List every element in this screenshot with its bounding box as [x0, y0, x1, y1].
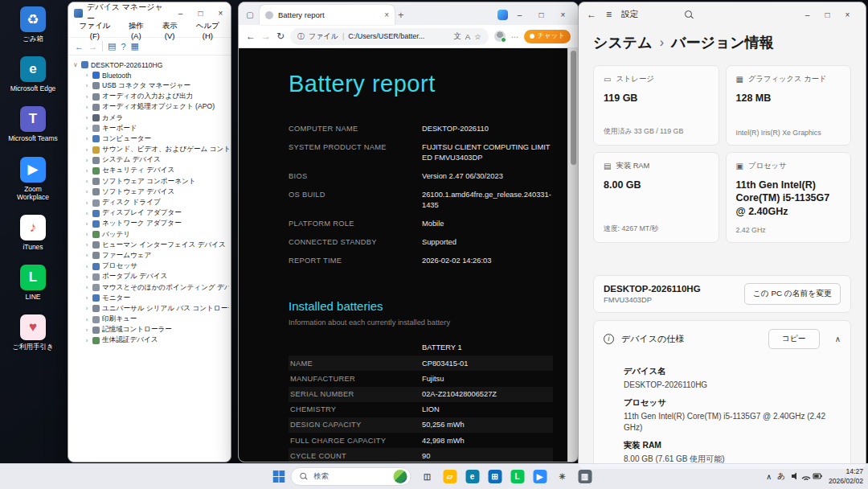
- address-bar[interactable]: ⓘ ファイル | C:/Users/USER/batter... 文 A ☆: [290, 28, 489, 45]
- translate-icon[interactable]: 文: [453, 31, 461, 42]
- expand-icon[interactable]: ›: [84, 178, 90, 185]
- tree-item[interactable]: › システム デバイス: [70, 155, 229, 166]
- tray-status-icons[interactable]: [791, 471, 823, 483]
- collapse-chevron-icon[interactable]: ∧: [835, 335, 841, 343]
- tree-item[interactable]: › ユニバーサル シリアル バス コントローラー: [70, 303, 229, 314]
- tree-item[interactable]: › ヒューマン インターフェイス デバイス: [70, 240, 229, 250]
- chat-extension-button[interactable]: チャット: [524, 30, 571, 43]
- desktop-icon[interactable]: ♥ ご利用手引き: [6, 314, 59, 351]
- page-info-icon[interactable]: ⓘ: [297, 31, 305, 42]
- tree-item[interactable]: › 記憶域コントローラー: [70, 325, 229, 335]
- expand-icon[interactable]: ›: [84, 167, 90, 175]
- help-icon[interactable]: ?: [121, 42, 125, 51]
- tree-item[interactable]: › サウンド、ビデオ、およびゲーム コントローラー: [70, 145, 229, 155]
- taskbar-app-button[interactable]: ▱: [440, 466, 461, 487]
- tree-root-node[interactable]: ∨ DESKTOP-2026110HG: [70, 60, 229, 70]
- tree-item[interactable]: › オーディオ処理オブジェクト (APO): [70, 102, 229, 113]
- clock[interactable]: 14:27 2026/02/02: [829, 467, 863, 485]
- rename-pc-button[interactable]: この PC の名前を変更: [744, 283, 841, 305]
- menu-item[interactable]: 操作(A): [120, 19, 153, 42]
- back-icon[interactable]: ←: [75, 42, 84, 51]
- more-menu-icon[interactable]: ⋯: [511, 32, 519, 41]
- tree-item[interactable]: › ファームウェア: [70, 250, 229, 261]
- expand-icon[interactable]: ›: [84, 284, 90, 291]
- tree-item[interactable]: › ソフトウェア コンポーネント: [70, 176, 229, 187]
- menu-item[interactable]: ヘルプ(H): [187, 19, 228, 42]
- expand-icon[interactable]: ›: [84, 316, 90, 323]
- expand-icon[interactable]: ›: [84, 210, 90, 217]
- taskbar-app-button[interactable]: ✳: [552, 466, 573, 487]
- documentation-icon[interactable]: ▤: [108, 41, 116, 51]
- desktop-icon[interactable]: T Microsoft Teams: [6, 106, 59, 142]
- tree-item[interactable]: › バッテリ: [70, 229, 229, 240]
- desktop-icon[interactable]: ♻ ごみ箱: [6, 6, 59, 43]
- expand-icon[interactable]: ›: [84, 72, 90, 79]
- tree-item[interactable]: › ネットワーク アダプター: [70, 219, 229, 229]
- expand-icon[interactable]: ›: [84, 305, 90, 312]
- expand-icon[interactable]: ›: [84, 104, 90, 111]
- collapse-icon[interactable]: ∨: [72, 61, 79, 68]
- taskbar-app-button[interactable]: L: [507, 466, 528, 487]
- tree-item[interactable]: › オーディオの入力および出力: [70, 92, 229, 102]
- ime-mode-icon[interactable]: あ: [777, 471, 785, 482]
- tree-item[interactable]: › キーボード: [70, 123, 229, 134]
- settings-titlebar[interactable]: ← ≡ 設定 – □ ×: [579, 2, 866, 27]
- back-icon[interactable]: ←: [246, 31, 256, 42]
- expand-icon[interactable]: ›: [84, 199, 90, 207]
- desktop-icon[interactable]: L LINE: [6, 265, 59, 301]
- tree-item[interactable]: › ディスプレイ アダプター: [70, 208, 229, 219]
- hidden-icons-chevron-icon[interactable]: ∧: [766, 472, 772, 481]
- expand-icon[interactable]: ›: [84, 294, 90, 302]
- expand-icon[interactable]: ›: [84, 82, 90, 89]
- scrollbar-thumb[interactable]: [571, 51, 576, 165]
- expand-icon[interactable]: ›: [84, 337, 90, 344]
- maximize-button[interactable]: □: [531, 5, 551, 25]
- expand-icon[interactable]: ›: [84, 263, 90, 270]
- desktop-icon[interactable]: ♪ iTunes: [6, 215, 59, 251]
- forward-icon[interactable]: →: [261, 31, 271, 42]
- tree-item[interactable]: › ソフトウェア デバイス: [70, 187, 229, 197]
- maximize-button[interactable]: □: [817, 5, 837, 25]
- tree-item[interactable]: › 印刷キュー: [70, 314, 229, 325]
- expand-icon[interactable]: ›: [84, 135, 90, 142]
- scan-hardware-icon[interactable]: ▦: [131, 41, 139, 51]
- taskbar-app-button[interactable]: ⊞: [485, 466, 506, 487]
- tree-item[interactable]: › ポータブル デバイス: [70, 272, 229, 282]
- back-icon[interactable]: ←: [587, 9, 596, 20]
- copy-button[interactable]: コピー: [768, 329, 820, 349]
- expand-icon[interactable]: ›: [84, 231, 90, 238]
- taskbar-app-button[interactable]: e: [462, 466, 483, 487]
- desktop-icon[interactable]: ▶ Zoom Workplace: [6, 157, 59, 201]
- expand-icon[interactable]: ›: [84, 220, 90, 228]
- close-button[interactable]: ×: [837, 5, 858, 25]
- taskbar-app-button[interactable]: ▥: [575, 466, 596, 487]
- taskbar-app-button[interactable]: ▶: [530, 466, 551, 487]
- close-button[interactable]: ×: [553, 5, 573, 25]
- taskbar-app-button[interactable]: ◫: [417, 466, 438, 487]
- minimize-button[interactable]: –: [510, 5, 530, 25]
- desktop-icon[interactable]: e Microsoft Edge: [6, 56, 59, 92]
- start-button[interactable]: [273, 471, 285, 483]
- breadcrumb-parent[interactable]: システム: [593, 33, 653, 52]
- favorite-star-icon[interactable]: ☆: [474, 32, 481, 41]
- expand-icon[interactable]: ›: [84, 252, 90, 259]
- tree-item[interactable]: › モニター: [70, 293, 229, 303]
- forward-icon[interactable]: →: [88, 42, 97, 51]
- search-icon[interactable]: [685, 10, 694, 19]
- copilot-icon[interactable]: [497, 10, 508, 20]
- tree-item[interactable]: › プロセッサ: [70, 261, 229, 272]
- profile-avatar[interactable]: [494, 31, 506, 42]
- tree-item[interactable]: › コンピューター: [70, 134, 229, 144]
- expand-icon[interactable]: ›: [84, 93, 90, 101]
- expand-icon[interactable]: ›: [84, 273, 90, 281]
- expand-icon[interactable]: ›: [84, 188, 90, 195]
- minimize-button[interactable]: –: [797, 5, 817, 25]
- device-spec-header[interactable]: i デバイスの仕様 コピー ∧: [594, 321, 850, 357]
- menu-item[interactable]: ファイル(F): [71, 19, 119, 42]
- expand-icon[interactable]: ›: [84, 241, 90, 249]
- page-scrollbar[interactable]: [567, 48, 578, 462]
- expand-icon[interactable]: ›: [84, 327, 90, 334]
- tree-item[interactable]: › Bluetooth: [70, 70, 229, 80]
- tree-item[interactable]: › 生体認証デバイス: [70, 335, 229, 346]
- taskbar-search[interactable]: 検索: [291, 467, 411, 486]
